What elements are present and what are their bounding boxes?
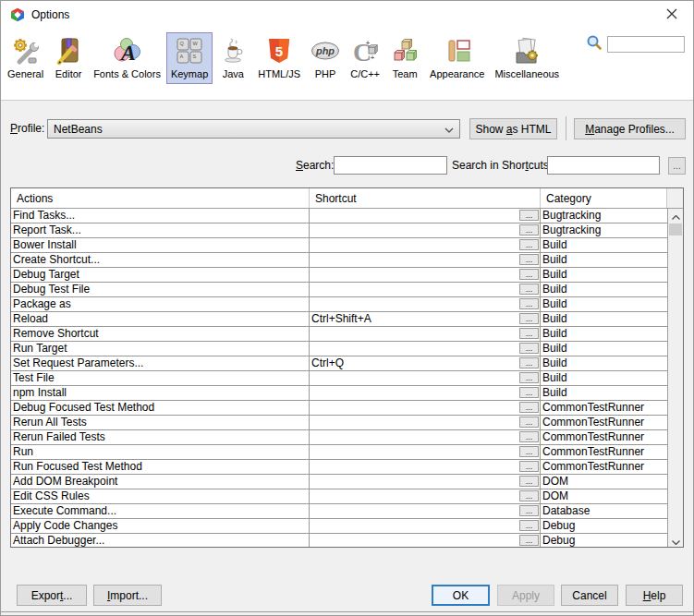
table-row[interactable]: Rerun All Tests ... CommonTestRunner bbox=[11, 416, 667, 430]
shortcut-cell: ... bbox=[310, 253, 541, 267]
row-edit-shortcut-button[interactable]: ... bbox=[519, 357, 539, 368]
tab-keymap[interactable]: QW AS Keymap bbox=[166, 32, 213, 84]
table-row[interactable]: Run Target ... Build bbox=[11, 342, 667, 356]
action-cell: Add DOM Breakpoint bbox=[11, 475, 310, 489]
keymap-table-rows: Find Tasks... ... Bugtracking Report Tas… bbox=[11, 209, 667, 548]
row-edit-shortcut-button[interactable]: ... bbox=[519, 446, 539, 457]
search-actions-input[interactable] bbox=[334, 156, 447, 175]
tab-team[interactable]: Team bbox=[385, 32, 424, 84]
row-edit-shortcut-button[interactable]: ... bbox=[519, 328, 539, 339]
row-edit-shortcut-button[interactable]: ... bbox=[519, 210, 539, 221]
table-row[interactable]: Test File ... Build bbox=[11, 371, 667, 386]
row-edit-shortcut-button[interactable]: ... bbox=[519, 490, 539, 501]
table-row[interactable]: Remove Shortcut ... Build bbox=[11, 327, 667, 342]
table-row[interactable]: Add DOM Breakpoint ... DOM bbox=[11, 475, 667, 489]
table-row[interactable]: Run ... CommonTestRunner bbox=[11, 445, 667, 460]
column-header-shortcut[interactable]: Shortcut bbox=[310, 188, 541, 208]
category-cell: Build bbox=[541, 356, 667, 370]
row-edit-shortcut-button[interactable]: ... bbox=[519, 505, 539, 516]
table-row[interactable]: Debug Target ... Build bbox=[11, 268, 667, 283]
book-pencil-icon bbox=[54, 36, 83, 66]
help-button[interactable]: Help bbox=[626, 585, 683, 606]
tab-label: Miscellaneous bbox=[494, 68, 559, 79]
html5-shield-icon: 5 bbox=[264, 36, 294, 66]
table-row[interactable]: Edit CSS Rules ... DOM bbox=[11, 489, 667, 504]
row-edit-shortcut-button[interactable]: ... bbox=[519, 239, 539, 250]
scrollbar-thumb[interactable] bbox=[669, 223, 682, 236]
table-row[interactable]: Run Focused Test Method ... CommonTestRu… bbox=[11, 460, 667, 475]
vertical-scrollbar[interactable] bbox=[667, 209, 683, 548]
tab-general[interactable]: General bbox=[3, 32, 48, 84]
scrollbar-down-button[interactable] bbox=[668, 534, 683, 548]
row-edit-shortcut-button[interactable]: ... bbox=[519, 313, 539, 324]
action-cell: Rerun All Tests bbox=[11, 416, 310, 429]
tab-php[interactable]: php PHP bbox=[306, 32, 345, 84]
table-row[interactable]: Debug Focused Test Method ... CommonTest… bbox=[11, 401, 667, 416]
row-edit-shortcut-button[interactable]: ... bbox=[519, 387, 539, 398]
table-row[interactable]: Set Request Parameters... Ctrl+Q ... Bui… bbox=[11, 356, 667, 371]
tab-html-js[interactable]: 5 HTML/JS bbox=[253, 32, 305, 84]
scrollbar-up-button[interactable] bbox=[668, 209, 683, 223]
apply-button[interactable]: Apply bbox=[497, 585, 554, 606]
toolbar-search bbox=[586, 34, 685, 54]
tab-c-cpp[interactable]: C + + C/C++ bbox=[346, 32, 384, 84]
row-edit-shortcut-button[interactable]: ... bbox=[519, 535, 539, 546]
shortcut-cell: ... bbox=[310, 297, 541, 311]
quick-search-input[interactable] bbox=[607, 36, 685, 53]
tab-label: Java bbox=[223, 68, 244, 79]
row-edit-shortcut-button[interactable]: ... bbox=[519, 254, 539, 265]
table-row[interactable]: Bower Install ... Build bbox=[11, 238, 667, 253]
row-edit-shortcut-button[interactable]: ... bbox=[519, 417, 539, 428]
window-bottom-edge bbox=[1, 611, 693, 612]
category-cell: CommonTestRunner bbox=[541, 416, 667, 429]
cancel-button[interactable]: Cancel bbox=[561, 585, 618, 606]
table-row[interactable]: Report Task... ... Bugtracking bbox=[11, 223, 667, 238]
table-row[interactable]: Create Shortcut... ... Build bbox=[11, 253, 667, 268]
row-edit-shortcut-button[interactable]: ... bbox=[519, 476, 539, 487]
search-in-shortcuts-input[interactable] bbox=[547, 156, 660, 175]
table-row[interactable]: Attach Debugger... ... Debug bbox=[11, 534, 667, 548]
row-edit-shortcut-button[interactable]: ... bbox=[519, 284, 539, 295]
shortcut-cell: ... bbox=[310, 534, 541, 548]
row-edit-shortcut-button[interactable]: ... bbox=[519, 431, 539, 442]
manage-profiles-button[interactable]: Manage Profiles... bbox=[574, 118, 686, 139]
table-row[interactable]: Reload Ctrl+Shift+A ... Build bbox=[11, 312, 667, 327]
tab-fonts-colors[interactable]: A Fonts & Colors bbox=[89, 32, 165, 84]
table-row[interactable]: Execute Command... ... Database bbox=[11, 504, 667, 519]
row-edit-shortcut-button[interactable]: ... bbox=[519, 298, 539, 309]
tab-java[interactable]: Java bbox=[213, 32, 252, 84]
table-row[interactable]: npm Install ... Build bbox=[11, 386, 667, 401]
table-row[interactable]: Package as ... Build bbox=[11, 297, 667, 312]
row-edit-shortcut-button[interactable]: ... bbox=[519, 372, 539, 383]
export-button[interactable]: Export... bbox=[17, 585, 87, 606]
import-button[interactable]: Import... bbox=[93, 585, 162, 606]
category-cell: Debug bbox=[541, 519, 667, 533]
table-row[interactable]: Find Tasks... ... Bugtracking bbox=[11, 209, 667, 223]
shortcut-cell: ... bbox=[310, 504, 541, 518]
column-header-category[interactable]: Category bbox=[541, 188, 667, 208]
table-row[interactable]: Rerun Failed Tests ... CommonTestRunner bbox=[11, 430, 667, 445]
tab-miscellaneous[interactable]: Miscellaneous bbox=[490, 32, 564, 84]
row-edit-shortcut-button[interactable]: ... bbox=[519, 461, 539, 472]
action-cell: Test File bbox=[11, 371, 310, 385]
svg-text:+: + bbox=[366, 40, 370, 46]
row-edit-shortcut-button[interactable]: ... bbox=[519, 224, 539, 236]
action-cell: Execute Command... bbox=[11, 504, 310, 518]
table-row[interactable]: Apply Code Changes ... Debug bbox=[11, 519, 667, 534]
row-edit-shortcut-button[interactable]: ... bbox=[519, 343, 539, 354]
close-button[interactable] bbox=[651, 1, 693, 29]
tab-editor[interactable]: Editor bbox=[49, 32, 88, 84]
profile-combobox[interactable]: NetBeans bbox=[47, 119, 460, 139]
column-header-actions[interactable]: Actions bbox=[11, 188, 310, 208]
action-cell: Create Shortcut... bbox=[11, 253, 310, 267]
row-edit-shortcut-button[interactable]: ... bbox=[519, 520, 539, 531]
row-edit-shortcut-button[interactable]: ... bbox=[519, 402, 539, 413]
tab-appearance[interactable]: Appearance bbox=[425, 32, 489, 84]
action-cell: Apply Code Changes bbox=[11, 519, 310, 533]
show-as-html-button[interactable]: Show as HTML bbox=[469, 118, 557, 139]
row-edit-shortcut-button[interactable]: ... bbox=[519, 269, 539, 280]
table-row[interactable]: Debug Test File ... Build bbox=[11, 283, 667, 297]
ok-button[interactable]: OK bbox=[432, 585, 490, 606]
category-cell: Build bbox=[541, 327, 667, 341]
shortcut-picker-button[interactable]: ... bbox=[668, 157, 686, 175]
